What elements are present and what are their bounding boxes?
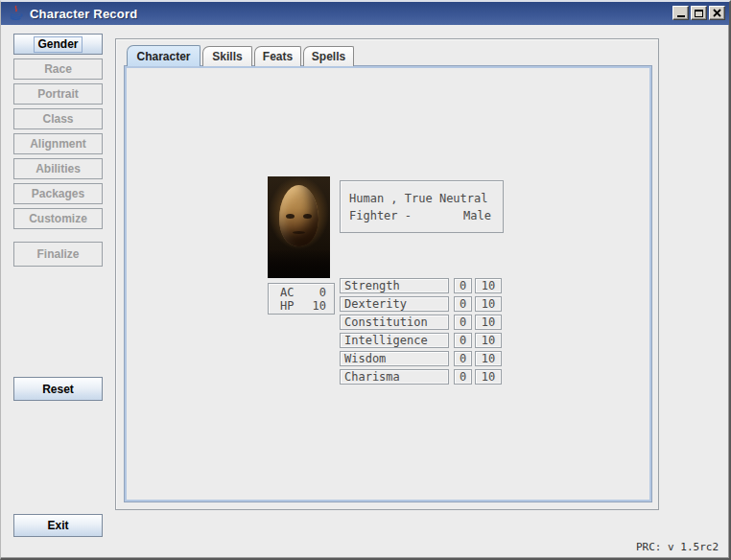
ability-mod: 0 xyxy=(454,278,472,293)
portrait-eye-right xyxy=(303,214,312,219)
ability-name: Intelligence xyxy=(340,333,449,348)
hp-value: 10 xyxy=(305,299,326,313)
portrait-head xyxy=(279,185,318,246)
ability-mod: 0 xyxy=(454,315,472,330)
window-controls xyxy=(671,6,725,20)
ac-value: 0 xyxy=(305,286,326,299)
character-summary-box: Human , True Neutral Fighter - Male xyxy=(340,180,504,233)
reset-button[interactable]: Reset xyxy=(13,377,103,401)
ability-name: Constitution xyxy=(340,315,449,330)
minimize-icon xyxy=(677,15,685,17)
version-label: PRC: v 1.5rc2 xyxy=(636,541,719,553)
ability-mod: 0 xyxy=(454,369,472,385)
tab-skills[interactable]: Skills xyxy=(202,46,252,66)
ability-row-charisma: Charisma 0 10 xyxy=(340,369,627,385)
ac-label: AC xyxy=(280,286,305,299)
gender-button-label: Gender xyxy=(34,36,82,53)
ability-name: Charisma xyxy=(340,369,449,385)
ability-mod: 0 xyxy=(454,296,472,312)
minimize-button[interactable] xyxy=(672,6,689,20)
sidebar-button-abilities: Abilities xyxy=(13,158,103,179)
ability-mod: 0 xyxy=(454,333,472,348)
ability-row-strength: Strength 0 10 xyxy=(340,278,627,293)
finalize-button: Finalize xyxy=(13,242,103,267)
app-window: Character Record Gender Race Portrait Cl… xyxy=(0,0,731,560)
titlebar[interactable]: Character Record xyxy=(1,2,729,25)
ability-name: Strength xyxy=(340,278,449,293)
ability-mod: 0 xyxy=(454,351,472,366)
exit-button[interactable]: Exit xyxy=(13,514,103,537)
ability-score: 10 xyxy=(475,315,502,330)
tab-character[interactable]: Character xyxy=(127,45,200,66)
java-cup-icon xyxy=(8,5,25,22)
sidebar-button-customize: Customize xyxy=(13,208,103,229)
character-portrait xyxy=(268,176,330,278)
window-title: Character Record xyxy=(30,7,137,21)
sidebar-button-alignment: Alignment xyxy=(13,133,103,154)
summary-race-alignment: Human , True Neutral xyxy=(349,190,491,207)
summary-class: Fighter - xyxy=(349,207,412,224)
ability-row-constitution: Constitution 0 10 xyxy=(340,315,627,330)
close-button[interactable] xyxy=(709,6,725,20)
maximize-button[interactable] xyxy=(691,6,707,20)
ability-score: 10 xyxy=(475,351,502,366)
sidebar-button-portrait: Portrait xyxy=(13,83,103,105)
sidebar-button-gender[interactable]: Gender xyxy=(13,34,103,55)
ability-name: Wisdom xyxy=(340,351,449,366)
tab-spells[interactable]: Spells xyxy=(303,46,354,66)
close-icon xyxy=(713,9,721,17)
portrait-eye-left xyxy=(286,214,295,219)
summary-gender: Male xyxy=(463,207,491,224)
sidebar-button-packages: Packages xyxy=(13,183,103,204)
ability-name: Dexterity xyxy=(340,296,449,312)
sidebar-button-class: Class xyxy=(13,108,103,129)
character-tab-content: Human , True Neutral Fighter - Male AC 0… xyxy=(125,66,651,502)
ability-score: 10 xyxy=(475,296,502,312)
tab-strip: Character Skills Feats Spells xyxy=(127,46,356,66)
ability-row-intelligence: Intelligence 0 10 xyxy=(340,333,627,348)
ability-score: 10 xyxy=(475,333,502,348)
ac-hp-box: AC 0 HP 10 xyxy=(268,283,335,315)
sidebar-button-race: Race xyxy=(13,58,103,80)
portrait-mouth xyxy=(293,231,305,234)
main-panel: Character Skills Feats Spells Human , Tr… xyxy=(115,38,659,510)
tab-feats[interactable]: Feats xyxy=(254,46,301,66)
maximize-icon xyxy=(695,10,703,17)
portrait-shadow xyxy=(268,249,330,278)
hp-label: HP xyxy=(280,299,305,313)
abilities-table: Strength 0 10 Dexterity 0 10 Constitutio… xyxy=(340,278,627,387)
ability-score: 10 xyxy=(475,369,502,385)
ability-score: 10 xyxy=(475,278,502,293)
ability-row-wisdom: Wisdom 0 10 xyxy=(340,351,627,366)
ability-row-dexterity: Dexterity 0 10 xyxy=(340,296,627,312)
